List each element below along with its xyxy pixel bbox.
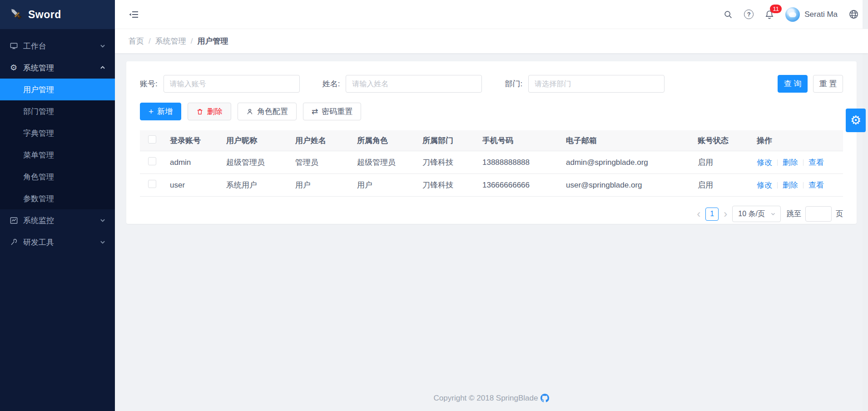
breadcrumb-current: 用户管理 (197, 36, 228, 46)
sidebar-item-dict-mgmt[interactable]: 字典管理 (0, 122, 115, 144)
app-layout: Sword 工作台 ⚙ 系统管理 用户管理 部门管理 字典管理 (0, 0, 868, 411)
page-size-select[interactable]: 10 条/页 (732, 206, 781, 222)
swap-icon: ⇄ (312, 107, 318, 116)
cell-role: 用户 (352, 174, 418, 197)
name-input[interactable] (346, 75, 482, 93)
action-divider (777, 182, 778, 188)
sidebar-submenu-system: 用户管理 部门管理 字典管理 菜单管理 角色管理 参数管理 (0, 79, 115, 209)
cell-name: 管理员 (291, 151, 352, 174)
user-name: Serati Ma (804, 10, 838, 19)
cell-actions: 修改删除查看 (752, 174, 843, 197)
view-link[interactable]: 查看 (808, 181, 824, 189)
next-page-icon[interactable]: › (723, 208, 728, 219)
account-label: 账号: (140, 79, 158, 89)
app-logo: Sword (0, 0, 115, 29)
delete-link[interactable]: 删除 (783, 158, 798, 167)
reset-button[interactable]: 重 置 (813, 75, 843, 93)
main-area: ? 11 Serati Ma (115, 0, 868, 411)
add-button-label: 新增 (157, 106, 173, 117)
help-icon[interactable]: ? (744, 10, 754, 19)
action-divider (777, 159, 778, 166)
copyright-text: Copyright © 2018 SpringBlade (434, 394, 538, 402)
gear-icon: ⚙ (850, 113, 861, 128)
add-button[interactable]: + 新增 (140, 103, 181, 120)
notifications-bell-icon[interactable]: 11 (764, 10, 774, 20)
app-title: Sword (28, 9, 61, 21)
notification-badge: 11 (770, 5, 782, 13)
sidebar-item-param-mgmt[interactable]: 参数管理 (0, 188, 115, 209)
delete-button[interactable]: 删除 (188, 103, 231, 120)
cell-email: user@springblade.org (561, 174, 693, 197)
edit-link[interactable]: 修改 (757, 158, 772, 167)
account-input[interactable] (164, 75, 300, 93)
breadcrumb-home[interactable]: 首页 (129, 36, 144, 46)
sidebar-item-workbench[interactable]: 工作台 (0, 35, 115, 57)
col-header-name: 用户姓名 (291, 130, 352, 151)
delete-button-label: 删除 (207, 106, 223, 117)
role-config-label: 角色配置 (257, 106, 288, 117)
sidebar-item-dept-mgmt[interactable]: 部门管理 (0, 100, 115, 122)
chevron-down-icon (99, 239, 106, 245)
cell-actions: 修改删除查看 (752, 151, 843, 174)
sidebar-item-role-mgmt[interactable]: 角色管理 (0, 166, 115, 188)
name-field-group: 姓名: (322, 75, 482, 93)
sidebar-item-monitor[interactable]: 系统监控 (0, 209, 115, 231)
page-jump-input[interactable] (805, 206, 832, 222)
github-icon[interactable] (541, 396, 549, 404)
chevron-down-icon (99, 43, 106, 49)
sidebar-item-user-mgmt[interactable]: 用户管理 (0, 79, 115, 100)
page-number-1[interactable]: 1 (705, 208, 719, 221)
chart-icon (9, 216, 18, 225)
sidebar-item-menu-mgmt[interactable]: 菜单管理 (0, 144, 115, 166)
topbar-right: ? 11 Serati Ma (723, 7, 859, 22)
breadcrumb-system[interactable]: 系统管理 (155, 36, 186, 46)
avatar (785, 7, 800, 22)
sidebar-item-dev-tools[interactable]: 研发工具 (0, 231, 115, 253)
jump-label: 跳至 (787, 209, 801, 219)
table-header-row: 登录账号 用户昵称 用户姓名 所属角色 所属部门 手机号码 电子邮箱 账号状态 … (140, 130, 843, 151)
user-icon (246, 108, 253, 115)
view-link[interactable]: 查看 (808, 158, 824, 167)
search-button[interactable]: 查 询 (778, 75, 808, 93)
footer: Copyright © 2018 SpringBlade (115, 394, 868, 405)
col-header-nickname: 用户昵称 (222, 130, 291, 151)
delete-link[interactable]: 删除 (783, 181, 798, 189)
user-menu[interactable]: Serati Ma (785, 7, 838, 22)
page-size-value: 10 条/页 (738, 209, 765, 219)
chevron-down-icon (770, 211, 776, 217)
password-reset-button[interactable]: ⇄ 密码重置 (303, 103, 361, 120)
action-divider (803, 182, 804, 188)
cell-login: user (165, 174, 222, 197)
account-field-group: 账号: (140, 75, 300, 93)
password-reset-label: 密码重置 (322, 106, 352, 117)
search-icon[interactable] (723, 10, 733, 20)
sidebar-nav: 工作台 ⚙ 系统管理 用户管理 部门管理 字典管理 菜单管理 角色管理 参数管理 (0, 29, 115, 253)
scrollbar-track[interactable] (863, 0, 868, 411)
dept-select[interactable] (528, 75, 665, 93)
row-checkbox[interactable] (148, 180, 156, 188)
breadcrumb-separator: / (191, 37, 193, 46)
select-all-checkbox[interactable] (148, 135, 156, 144)
col-header-login: 登录账号 (165, 130, 222, 151)
row-checkbox[interactable] (148, 157, 156, 165)
cell-login: admin (165, 151, 222, 174)
table-row: admin 超级管理员 管理员 超级管理员 刀锋科技 13888888888 a… (140, 151, 843, 174)
action-divider (803, 159, 804, 166)
monitor-icon (9, 41, 18, 50)
user-management-card: 账号: 姓名: 部门: 查 询 重 置 (126, 61, 857, 224)
gear-icon: ⚙ (9, 63, 18, 72)
cell-name: 用户 (291, 174, 352, 197)
language-globe-icon[interactable] (848, 9, 859, 20)
dept-field-group: 部门: (505, 75, 665, 93)
cell-status: 启用 (693, 151, 752, 174)
col-header-role: 所属角色 (352, 130, 418, 151)
cell-role: 超级管理员 (352, 151, 418, 174)
role-config-button[interactable]: 角色配置 (238, 103, 297, 120)
settings-drawer-button[interactable]: ⚙ (846, 109, 866, 132)
breadcrumb: 首页 / 系统管理 / 用户管理 (115, 29, 868, 53)
prev-page-icon[interactable]: ‹ (696, 208, 701, 219)
sidebar-item-label: 研发工具 (23, 237, 99, 248)
sidebar-item-system[interactable]: ⚙ 系统管理 (0, 57, 115, 79)
sidebar-collapse-icon[interactable] (129, 9, 139, 20)
edit-link[interactable]: 修改 (757, 181, 772, 189)
